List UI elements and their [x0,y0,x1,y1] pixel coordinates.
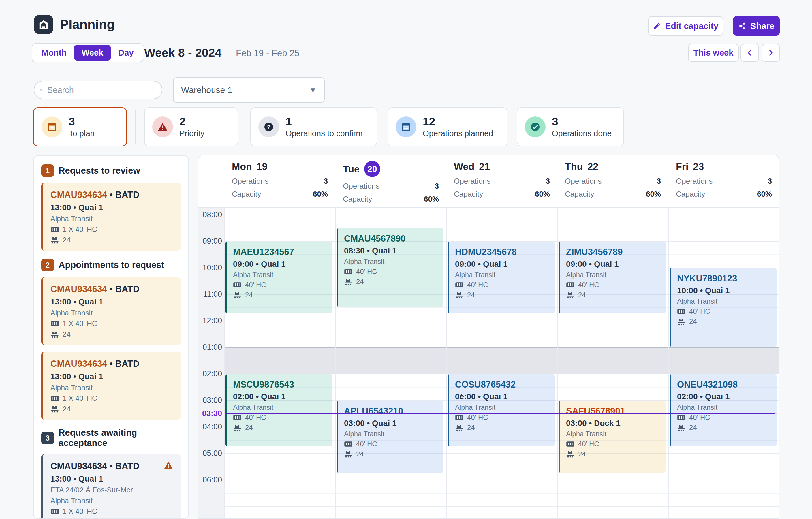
view-tab-month[interactable]: Month [34,45,74,61]
pallet-count: 24 [63,236,71,244]
operations-count: 3 [768,177,772,186]
pallet-icon [51,236,59,244]
calendar-event-MAEU1234567[interactable]: MAEU1234567 09:00 • Quai 1 Alpha Transit… [226,241,332,313]
warehouse-icon [38,19,49,30]
next-week-button[interactable] [761,44,780,62]
stat-card-operations-planned[interactable]: 12 Operations planned [387,107,508,146]
request-card[interactable]: CMAU934634 • BATD 13:00 • Quai 1 Alpha T… [41,277,181,345]
event-code: CMAU4567890 [344,233,438,244]
container-icon [677,414,686,421]
check-icon-circle [525,116,546,137]
section-title: Requests awaiting acceptance [59,428,181,449]
column-divider [446,155,447,518]
view-tab-day[interactable]: Day [111,45,141,61]
day-header-wed[interactable]: Wed21 Operations3 Capacity60% [446,155,557,208]
calendar-event-HDMU2345678[interactable]: HDMU2345678 09:00 • Quai 1 Alpha Transit… [447,241,554,313]
stat-count: 3 [552,115,612,128]
container-code: CMAU934634 [51,461,107,471]
event-time: 0é:00 • Quai 1 [455,392,549,401]
request-card[interactable]: CMAU934634 • BATD 13:00 • Quai 1 Alpha T… [41,352,181,420]
pallet-count: 24 [467,424,475,432]
event-code: ZIMU3456789 [566,246,660,258]
this-week-button[interactable]: This week [688,44,739,62]
hour-gridline [224,480,779,480]
container-type: 40' HC [467,413,488,422]
hour-gridline [224,214,779,215]
calendar-event-SAFU5678901[interactable]: SAFU5678901 03:00 • Dock 1 Alpha Transit… [558,401,666,472]
day-header-mon[interactable]: Mon19 Operations3 Capacity60% [224,155,335,208]
calendar-event-ZIMU3456789[interactable]: ZIMU3456789 09:00 • Quai 1 Alpha Transit… [558,241,666,313]
container-type: 1 X 40' HC [63,507,97,516]
operations-count: 3 [546,177,550,186]
time-label: 02:00 [198,369,222,379]
container-code: CMAU934634 [51,359,107,369]
pallet-icon [51,405,59,413]
prev-week-button[interactable] [741,44,759,62]
container-icon [566,281,575,289]
request-time: 13:00 • Quai 1 [51,297,173,307]
calendar-event-NYKU7890123[interactable]: NYKU7890123 10:00 • Quai 1 Alpha Transit… [670,268,777,347]
day-header-tue[interactable]: Tue20 Operations3 Capacity60% [335,155,446,208]
pallet-icon [233,424,242,431]
container-type: 40' HC [467,281,488,289]
period-range: Feb 19 - Feb 25 [236,43,299,62]
carrier-name: Alpha Transit [566,430,660,438]
column-divider [557,155,558,518]
question-icon-circle: ? [258,116,279,137]
calendar-event-APLU6543210[interactable]: APLU6543210 03:00 • Quai 1 Alpha Transit… [337,401,443,472]
edit-capacity-button[interactable]: Edit capacity [648,16,723,36]
section-title: Appointments to request [59,260,164,270]
container-code: CMAU934634 [51,190,107,200]
warehouse-select[interactable]: Warehouse 1 ▼ [173,77,325,103]
sidebar-section-header: 2 Appointments to request [41,259,181,271]
calendar-icon [401,122,411,132]
time-label: 06:00 [198,475,222,485]
pallet-count: 24 [63,330,71,339]
date-number: 23 [693,161,704,172]
pallet-icon [233,291,242,299]
calendar-event-ONEU4321098[interactable]: ONEU4321098 02:00 • Quai 1 Alpha Transit… [670,374,777,446]
search-input[interactable] [47,85,156,95]
half-hour-gridline [224,466,779,467]
event-code: MSCU9876543 [233,379,327,391]
stat-card-to-plan[interactable]: 3 To plan [33,107,127,146]
container-icon [233,414,242,421]
pencil-icon [653,22,661,30]
stat-card-operations-done[interactable]: 3 Operations done [517,107,624,146]
section-count-badge: 2 [41,259,54,271]
pallet-icon [51,331,59,338]
calendar-event-COSU8765432[interactable]: COSU8765432 0é:00 • Quai 1 Alpha Transit… [447,374,554,446]
calendar-event-MSCU9876543[interactable]: MSCU9876543 02:00 • Quai 1 Alpha Transit… [226,374,332,446]
container-type: 40' HC [245,413,266,422]
time-label: 10:00 [198,263,222,272]
stat-card-operations-to-confirm[interactable]: ? 1 Operations to confirm [250,107,377,146]
stat-label: Priority [179,128,204,139]
share-button[interactable]: Share [733,16,780,36]
capacity-value: 60% [646,190,661,199]
section-title: Requests to review [59,166,140,176]
operations-count: 3 [435,182,439,191]
stat-label: Operations planned [423,128,493,139]
operations-count: 3 [324,177,328,186]
planning-page: Planning Edit capacity Share MonthWeekDa… [0,0,812,519]
pallet-icon [566,291,575,299]
pallet-count: 24 [63,518,71,519]
container-icon [51,508,59,515]
stat-card-priority[interactable]: 2 Priority [144,107,238,146]
container-code: CMAU934634 [51,284,107,294]
day-header-thu[interactable]: Thu22 Operations3 Capacity60% [557,155,668,208]
event-time: 02:00 • Quai 1 [233,392,327,401]
capacity-value: 60% [313,190,328,199]
calendar-plus-icon [47,122,57,132]
container-icon [233,281,242,289]
sidebar-section-header: 1 Requests to review [41,164,181,177]
day-header-fri[interactable]: Fri23 Operations3 Capacity60% [668,155,779,208]
today-date-badge: 20 [364,161,380,177]
calendar-event-CMAU4567890[interactable]: CMAU4567890 08:30 • Quai 1 Alpha Transit… [337,228,443,307]
request-card[interactable]: CMAU934634 • BATD 13:00 • Quai 1 Alpha T… [41,183,181,251]
calendar-header: Mon19 Operations3 Capacity60% Tue20 Oper… [198,155,779,208]
request-card[interactable]: CMAU934634 • BATD 13:00 • Quai 1 ETA 24/… [41,454,181,519]
warning-triangle-icon-circle [152,116,173,137]
container-icon [51,226,59,233]
view-tab-week[interactable]: Week [74,45,111,61]
